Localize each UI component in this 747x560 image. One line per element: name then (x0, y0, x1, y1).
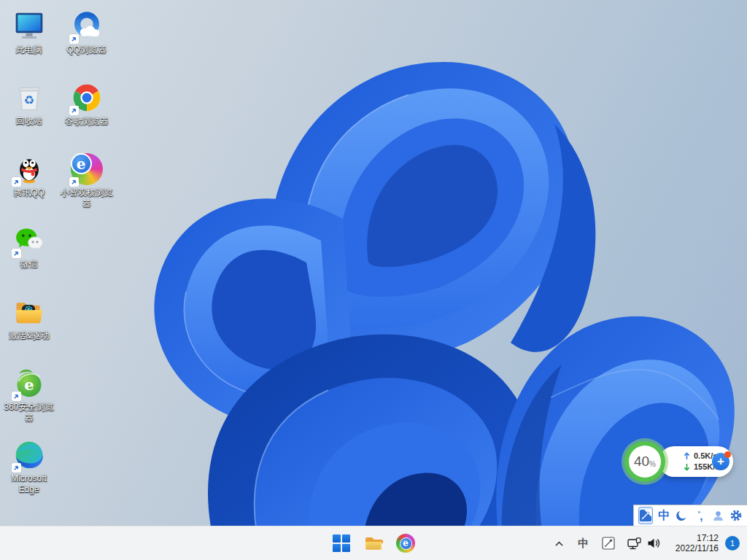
xiaozhi-browser-icon: e (396, 534, 415, 553)
icon-label: 微信 (20, 259, 38, 270)
shortcut-arrow-icon (69, 177, 79, 187)
svg-text:♻: ♻ (23, 93, 34, 106)
ime-logo-button[interactable] (638, 507, 653, 524)
edge-icon (13, 439, 45, 471)
chrome-icon (71, 82, 103, 114)
qq-browser-icon (71, 10, 103, 42)
desktop-icon-ms-edge[interactable]: Microsoft Edge (0, 433, 58, 495)
chinese-mode-label: 中 (658, 508, 670, 524)
file-explorer-icon (364, 534, 383, 552)
recycle-bin-icon: ♻ (13, 82, 45, 114)
notification-dot (724, 451, 731, 458)
tray-ime-mode-button[interactable]: 中 (572, 530, 595, 556)
upload-arrow-icon (684, 452, 690, 460)
ime-logo-icon (639, 509, 652, 522)
ime-chinese-mode-button[interactable]: 中 (657, 507, 671, 524)
ime-logo-gray-icon (602, 537, 615, 550)
widget-plus-button[interactable]: + (712, 453, 729, 470)
desktop-icon-tencent-qq[interactable]: 腾讯QQ (0, 147, 58, 198)
desktop-icon-xiaozhi-browser[interactable]: e 小智双核浏览器 (58, 147, 115, 209)
taskbar: e 中 17 (0, 526, 747, 560)
desktop-icon-qq-browser[interactable]: QQ浏览器 (58, 4, 115, 55)
icon-label: 此电脑 (16, 44, 42, 55)
memory-usage-ball[interactable]: 40 % (629, 446, 661, 478)
ime-settings-button[interactable] (729, 507, 743, 524)
desktop-icon-area: 此电脑 QQ浏览器 ♻ 回收站 (0, 0, 124, 525)
tencent-qq-icon (13, 153, 45, 185)
notification-count: 1 (730, 539, 735, 548)
svg-text:e: e (24, 376, 34, 394)
tray-date: 2022/11/16 (676, 543, 719, 553)
icon-label: 激活&驱动 (8, 330, 49, 341)
windows-logo-icon (333, 534, 350, 552)
punctuation-icon: °, (698, 510, 703, 522)
volume-icon (647, 537, 660, 549)
taskbar-file-explorer-button[interactable] (359, 529, 388, 558)
shortcut-arrow-icon (12, 249, 21, 258)
xiaozhi-browser-icon: e (71, 153, 103, 185)
shortcut-arrow-icon (12, 177, 21, 187)
tray-ime-logo-button[interactable] (597, 530, 620, 556)
ime-night-mode-button[interactable] (676, 507, 689, 524)
shortcut-arrow-icon (12, 463, 21, 472)
memory-percent-value: 40 (634, 454, 649, 470)
icon-label: QQ浏览器 (66, 44, 107, 55)
shortcut-arrow-icon (69, 106, 79, 115)
network-speed-panel[interactable]: 0.5K/s 155K/s + (659, 446, 733, 477)
icon-label: 腾讯QQ (13, 187, 44, 198)
clock[interactable]: 17:12 2022/11/16 (676, 533, 719, 553)
taskbar-center-group: e (327, 526, 420, 560)
desktop-icon-activation-driver[interactable]: 激活&驱动 (0, 290, 58, 341)
ime-mode-indicator: 中 (578, 537, 589, 551)
ime-toolbar: 中 °, (633, 505, 747, 526)
icon-label: Microsoft Edge (1, 473, 57, 495)
tray-overflow-button[interactable] (550, 530, 569, 556)
percent-symbol: % (649, 460, 656, 468)
notification-badge[interactable]: 1 (725, 536, 740, 551)
desktop-icon-wechat[interactable]: 微信 (0, 219, 58, 270)
360-browser-icon: e (13, 368, 45, 400)
icon-label: 360安全浏览器 (1, 402, 57, 424)
download-arrow-icon (684, 463, 690, 471)
desktop-icon-chrome[interactable]: 谷歌浏览器 (58, 76, 115, 127)
system-tray: 中 17:12 2022/11/16 1 (550, 526, 747, 560)
desktop-icon-recycle-bin[interactable]: ♻ 回收站 (0, 76, 58, 127)
icon-label: 谷歌浏览器 (65, 116, 109, 127)
taskbar-xiaozhi-browser-button[interactable]: e (391, 529, 420, 558)
shortcut-arrow-icon (69, 34, 79, 44)
desktop-icon-360-browser[interactable]: e 360安全浏览器 (0, 362, 58, 424)
network-volume-button[interactable] (623, 530, 665, 556)
start-button[interactable] (327, 529, 356, 558)
plus-icon: + (717, 454, 724, 469)
moon-icon (676, 510, 688, 522)
gear-icon (729, 509, 743, 522)
icon-label: 回收站 (16, 116, 42, 127)
icon-label: 小智双核浏览器 (59, 187, 115, 209)
ime-user-button[interactable] (711, 507, 725, 524)
shortcut-arrow-icon (12, 392, 21, 401)
tray-time: 17:12 (676, 533, 719, 543)
wechat-icon (13, 225, 45, 257)
user-icon (712, 510, 724, 522)
ime-punctuation-button[interactable]: °, (693, 507, 707, 524)
this-pc-icon (13, 10, 45, 42)
chevron-up-icon (554, 540, 564, 547)
desktop-icon-this-pc[interactable]: 此电脑 (0, 4, 58, 55)
360-speed-widget: 0.5K/s 155K/s + 40 % (624, 438, 735, 487)
ethernet-icon (627, 537, 641, 550)
activation-driver-folder-icon (13, 296, 45, 328)
